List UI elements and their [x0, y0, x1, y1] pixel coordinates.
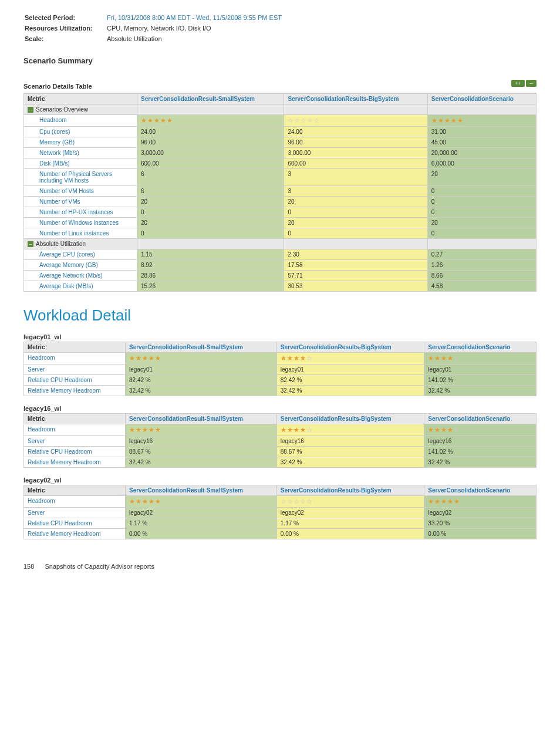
expand-all-button[interactable]: ++	[511, 80, 525, 87]
value-cell: ★★★★★	[126, 496, 277, 508]
value-cell: 32.42 %	[276, 386, 424, 396]
value-cell: 0	[427, 186, 536, 197]
value-cell: ☆☆☆☆☆	[284, 115, 427, 127]
value-cell: 0	[137, 228, 284, 239]
workload-table: MetricServerConsolidationResult-SmallSys…	[23, 342, 537, 396]
scenario-details-title: Scenario Details Table	[23, 83, 92, 92]
value-cell: 32.42 %	[126, 457, 277, 468]
value-cell: 1.15	[137, 249, 284, 260]
group-row[interactable]: –Absolute Utilization	[24, 239, 137, 249]
value-cell: 20	[427, 218, 536, 228]
value-cell: legacy01	[126, 364, 277, 375]
star-rating-icon: ★★★★★	[129, 355, 161, 362]
workload-table: MetricServerConsolidationResult-SmallSys…	[23, 413, 537, 468]
col-scen: ServerConsolidationScenario	[424, 342, 537, 353]
collapse-icon[interactable]: –	[28, 107, 33, 113]
selected-period-label: Selected Period:	[25, 13, 106, 22]
value-cell: 20,000.00	[427, 148, 536, 158]
group-row[interactable]: –Scenarios Overview	[24, 104, 137, 115]
collapse-icon[interactable]: –	[28, 241, 33, 247]
star-rating-icon: ★★★★★	[431, 117, 464, 124]
value-cell: 45.00	[427, 137, 536, 148]
page-number: 158	[23, 563, 34, 570]
value-cell: 0	[284, 228, 427, 239]
metric-cell: Number of VMs	[24, 197, 137, 207]
value-cell: 3,000.00	[137, 148, 284, 158]
metric-cell: Average Memory (GB)	[24, 260, 137, 271]
value-cell: 96.00	[284, 137, 427, 148]
metric-cell: Relative Memory Headroom	[24, 529, 126, 539]
value-cell: 24.00	[284, 127, 427, 137]
value-cell: ☆☆☆☆☆	[276, 496, 424, 508]
value-cell: 96.00	[137, 137, 284, 148]
value-cell: ★★★★★	[137, 115, 284, 127]
workload-title: legacy16_wl	[23, 405, 537, 412]
value-cell: 0	[427, 228, 536, 239]
col-big: ServerConsolidationResults-BigSystem	[276, 414, 424, 424]
report-meta: Selected Period: Fri, 10/31/2008 8:00 AM…	[23, 12, 288, 45]
scenario-summary-heading: Scenario Summary	[23, 56, 537, 65]
value-cell: 88.67 %	[126, 447, 277, 457]
metric-cell: Number of Physical Servers including VM …	[24, 169, 137, 186]
metric-cell: Memory (GB)	[24, 137, 137, 148]
value-cell: 1.17 %	[126, 518, 277, 529]
workload-title: legacy01_wl	[23, 333, 537, 340]
value-cell: 31.00	[427, 127, 536, 137]
value-cell: 3,000.00	[284, 148, 427, 158]
star-rating-icon: ☆☆☆☆☆	[281, 498, 313, 505]
value-cell: 6	[137, 169, 284, 186]
metric-cell: Relative Memory Headroom	[24, 457, 126, 468]
value-cell: 57.71	[284, 271, 427, 281]
value-cell: 20	[137, 197, 284, 207]
value-cell: 20	[137, 218, 284, 228]
value-cell: 0	[137, 207, 284, 218]
col-scen: ServerConsolidationScenario	[427, 94, 536, 104]
metric-cell: Server	[24, 508, 126, 518]
metric-cell: Relative CPU Headroom	[24, 375, 126, 386]
metric-cell: Headroom	[24, 115, 137, 127]
value-cell: 32.42 %	[424, 386, 537, 396]
value-cell: 8.92	[137, 260, 284, 271]
col-metric: Metric	[24, 342, 126, 353]
value-cell: 141.02 %	[424, 375, 537, 386]
value-cell: 4.58	[427, 281, 536, 292]
star-rating-icon: ★★★★☆	[428, 426, 460, 433]
value-cell: 32.42 %	[276, 457, 424, 468]
value-cell: 0	[427, 207, 536, 218]
value-cell: 32.42 %	[126, 386, 277, 396]
col-small: ServerConsolidationResult-SmallSystem	[126, 485, 277, 496]
value-cell: 20	[284, 197, 427, 207]
workload-detail-heading: Workload Detail	[23, 306, 537, 325]
value-cell: 24.00	[137, 127, 284, 137]
star-rating-icon: ★★★★☆	[281, 355, 313, 362]
col-metric: Metric	[24, 94, 137, 104]
value-cell: 28.86	[137, 271, 284, 281]
value-cell: 0	[284, 207, 427, 218]
value-cell: legacy01	[276, 364, 424, 375]
scale-label: Scale:	[25, 34, 106, 43]
value-cell: 0	[427, 197, 536, 207]
value-cell: ★★★★★	[427, 115, 536, 127]
metric-cell: Average Network (Mb/s)	[24, 271, 137, 281]
footer-title: Snapshots of Capacity Advisor reports	[45, 563, 154, 570]
value-cell: 6	[137, 186, 284, 197]
metric-cell: Headroom	[24, 424, 126, 436]
metric-cell: Network (Mb/s)	[24, 148, 137, 158]
metric-cell: Relative Memory Headroom	[24, 386, 126, 396]
value-cell: 88.67 %	[276, 447, 424, 457]
col-scen: ServerConsolidationScenario	[424, 485, 537, 496]
resources-value: CPU, Memory, Network I/O, Disk I/O	[107, 23, 286, 33]
collapse-all-button[interactable]: --	[526, 80, 537, 87]
page-footer: 158 Snapshots of Capacity Advisor report…	[23, 563, 537, 570]
value-cell: 1.17 %	[276, 518, 424, 529]
metric-cell: Average Disk (MB/s)	[24, 281, 137, 292]
star-rating-icon: ★★★★☆	[428, 355, 460, 362]
metric-cell: Headroom	[24, 353, 126, 364]
value-cell: 0.00 %	[276, 529, 424, 539]
value-cell: 8.66	[427, 271, 536, 281]
col-big: ServerConsolidationResults-BigSystem	[276, 342, 424, 353]
value-cell: 0.27	[427, 249, 536, 260]
value-cell: 82.42 %	[126, 375, 277, 386]
value-cell: 20	[427, 169, 536, 186]
metric-cell: Number of HP-UX instances	[24, 207, 137, 218]
